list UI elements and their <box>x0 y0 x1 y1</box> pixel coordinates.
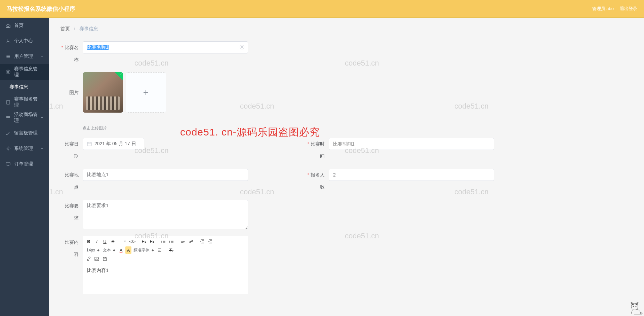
label-content: 比赛内容 <box>61 236 83 260</box>
svg-point-9 <box>169 241 170 242</box>
editor-toolbar: B I U S ❝ </> H₁ H₂ x₂ x² <box>83 236 248 264</box>
mascot-icon <box>625 301 643 315</box>
sidebar-item-label: 个人中心 <box>14 38 33 44</box>
editor-body[interactable]: 比赛内容1 <box>83 264 248 294</box>
upload-section: + 点击上传图片 <box>83 72 166 131</box>
bg-color-button[interactable]: A <box>125 246 131 254</box>
sidebar-item-label: 系统管理 <box>14 146 33 152</box>
date-input[interactable]: 2021 年 05 月 17 日 <box>83 138 144 150</box>
chevron-down-icon <box>40 147 44 150</box>
calendar-icon <box>87 142 92 146</box>
app-header: 马拉松报名系统微信小程序 管理员 abo 退出登录 <box>0 0 644 18</box>
font-color-button[interactable]: A <box>117 246 125 254</box>
sidebar-item-label: 用户管理 <box>14 53 33 60</box>
superscript-button[interactable]: x² <box>187 238 195 245</box>
sidebar-item-3[interactable]: 赛事信息管理 <box>0 64 49 80</box>
main-content: 首页 / 赛事信息 比赛名称 图片 <box>49 18 644 316</box>
chevron-down-icon <box>40 131 44 135</box>
logout-link[interactable]: 退出登录 <box>620 6 637 12</box>
chevron-down-icon <box>40 101 44 104</box>
subscript-button[interactable]: x₂ <box>179 238 187 245</box>
svg-rect-5 <box>6 162 10 165</box>
svg-point-0 <box>7 39 9 41</box>
capacity-input[interactable] <box>333 172 484 177</box>
svg-point-10 <box>169 242 170 243</box>
sidebar-item-1[interactable]: 个人中心 <box>0 33 49 49</box>
breadcrumb-sep: / <box>74 26 75 31</box>
chevron-down-icon <box>40 162 44 166</box>
chevron-down-icon <box>40 116 44 119</box>
watermark: code51.cn <box>450 18 484 19</box>
input-name-wrap <box>83 41 248 53</box>
label-image: 图片 <box>61 72 83 98</box>
edit-icon <box>5 130 11 136</box>
save-button[interactable] <box>101 255 109 263</box>
requirement-textarea[interactable] <box>83 200 248 229</box>
sidebar-item-6[interactable]: 留言板管理 <box>0 125 49 141</box>
outdent-button[interactable] <box>199 238 206 245</box>
image-button[interactable] <box>93 255 100 263</box>
globe-icon <box>5 69 11 75</box>
strike-button[interactable]: S <box>109 238 117 245</box>
quote-button[interactable]: ❝ <box>121 238 128 245</box>
name-input[interactable] <box>87 45 238 50</box>
date-value: 2021 年 05 月 17 日 <box>94 141 136 147</box>
sidebar-subitem[interactable]: 赛事信息 <box>0 80 49 94</box>
sidebar-item-2[interactable]: 用户管理 <box>0 49 49 64</box>
plus-icon: + <box>143 87 149 98</box>
capacity-input-wrap <box>329 169 494 181</box>
label-location: 比赛地点 <box>61 169 83 193</box>
sidebar-item-label: 订单管理 <box>14 161 33 167</box>
h2-button[interactable]: H₂ <box>148 238 156 245</box>
watermark: code51.cn <box>240 18 274 19</box>
bold-button[interactable]: B <box>85 238 92 245</box>
svg-point-4 <box>7 148 9 150</box>
header-actions: 管理员 abo 退出登录 <box>592 6 637 12</box>
location-input[interactable] <box>87 172 238 177</box>
text-type-select[interactable]: 文本◆ <box>102 246 117 254</box>
ul-button[interactable] <box>168 238 175 245</box>
sidebar-item-4[interactable]: 赛事报名管理 <box>0 94 49 110</box>
rich-editor: B I U S ❝ </> H₁ H₂ x₂ x² <box>83 236 248 294</box>
label-time: 比赛时间 <box>307 138 329 162</box>
align-button[interactable] <box>156 246 163 254</box>
time-input[interactable] <box>333 141 484 147</box>
clipboard-icon <box>5 100 11 105</box>
h1-button[interactable]: H₁ <box>140 238 148 245</box>
clear-format-button[interactable]: T̶ₓ <box>167 246 175 254</box>
monitor-icon <box>5 161 11 167</box>
code-button[interactable]: </> <box>129 238 136 245</box>
location-input-wrap <box>83 169 248 181</box>
svg-rect-13 <box>104 257 106 258</box>
font-size-select[interactable]: 14px◆ <box>85 246 101 254</box>
svg-point-8 <box>169 240 170 240</box>
app-title: 马拉松报名系统微信小程序 <box>7 5 75 13</box>
sidebar-item-5[interactable]: 活动商场管理 <box>0 110 49 125</box>
sidebar-item-label: 首页 <box>14 23 24 29</box>
underline-button[interactable]: U <box>101 238 109 245</box>
label-capacity: 报名人数 <box>307 169 329 193</box>
user-icon <box>5 38 11 44</box>
breadcrumb: 首页 / 赛事信息 <box>61 26 637 32</box>
breadcrumb-current: 赛事信息 <box>79 26 98 31</box>
sidebar-item-label: 赛事报名管理 <box>14 96 40 108</box>
clear-icon[interactable] <box>240 45 245 50</box>
italic-button[interactable]: I <box>93 238 100 245</box>
ol-button[interactable] <box>160 238 167 245</box>
link-button[interactable] <box>85 255 92 263</box>
watermark: code51.cn <box>49 18 63 19</box>
label-name: 比赛名称 <box>61 41 83 66</box>
admin-label[interactable]: 管理员 abo <box>592 6 614 12</box>
sidebar-item-label: 赛事信息管理 <box>14 66 40 78</box>
uploaded-image-thumb[interactable] <box>83 72 123 113</box>
time-input-wrap <box>329 138 494 150</box>
sidebar-item-0[interactable]: 首页 <box>0 18 49 33</box>
sidebar-item-7[interactable]: 系统管理 <box>0 141 49 156</box>
label-date: 比赛日期 <box>61 138 83 162</box>
font-family-select[interactable]: 标准字体◆ <box>132 246 155 254</box>
breadcrumb-home[interactable]: 首页 <box>61 26 70 31</box>
gear-icon <box>5 146 11 151</box>
indent-button[interactable] <box>207 238 214 245</box>
sidebar-item-8[interactable]: 订单管理 <box>0 156 49 172</box>
upload-add-button[interactable]: + <box>126 72 166 113</box>
